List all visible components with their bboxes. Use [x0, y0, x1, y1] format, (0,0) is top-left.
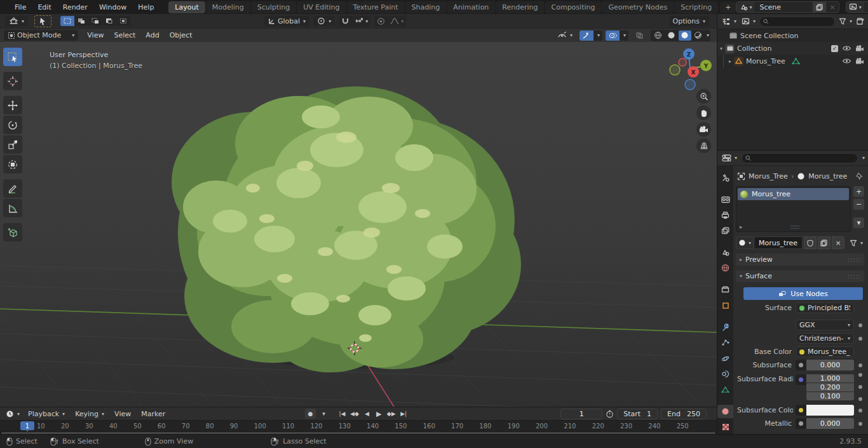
subsurface-color-input-toggle[interactable] — [796, 405, 806, 416]
outliner-row-scene-collection[interactable]: Scene Collection — [717, 29, 868, 42]
preview-panel-header[interactable]: ▸ Preview ::::: — [736, 254, 864, 266]
shading-material-button[interactable] — [679, 31, 691, 41]
editor-type-button[interactable]: ▾ — [5, 16, 28, 27]
scene-delete-button[interactable]: × — [826, 2, 838, 12]
select-mode-set[interactable] — [60, 16, 74, 26]
outliner-row-morus-tree[interactable]: ▸ Morus_Tree — [717, 55, 868, 67]
gizmo-dropdown[interactable]: ▾ — [593, 31, 602, 41]
copy-datablock-button[interactable] — [818, 236, 831, 249]
workspace-tab[interactable]: Animation — [447, 1, 495, 13]
outliner-filter-type-dropdown[interactable]: ▾ — [740, 17, 757, 26]
auto-keying-toggle[interactable]: ● — [305, 409, 316, 419]
active-tool-icon[interactable] — [34, 15, 51, 27]
gizmo-axis-x-neg[interactable] — [679, 58, 686, 66]
tool-add-primitive[interactable] — [3, 223, 22, 241]
tab-tool[interactable] — [717, 171, 733, 185]
new-collection-button[interactable] — [856, 17, 865, 25]
shading-solid-button[interactable] — [665, 31, 678, 41]
select-mode-subtract[interactable] — [88, 16, 102, 26]
workspace-tab[interactable]: Texture Paint — [347, 1, 405, 13]
outliner-row-collection[interactable]: ▾ Collection ✓ — [717, 42, 868, 55]
distribution-dropdown[interactable]: GGX ▾ — [796, 320, 854, 330]
gizmo-axis-y[interactable]: Y — [700, 60, 712, 71]
workspace-tab[interactable]: Modeling — [206, 1, 250, 13]
frame-start-field[interactable]: Start 1 — [617, 409, 658, 419]
navigation-gizmo[interactable]: Z Y X — [667, 46, 713, 92]
menubar-item[interactable]: File — [9, 2, 32, 13]
prev-keyframe-button[interactable]: ◀◆ — [349, 409, 360, 419]
marker-menu[interactable]: Marker — [136, 409, 170, 419]
scene-new-button[interactable] — [813, 2, 826, 12]
tab-texture[interactable] — [717, 420, 733, 434]
camera-view-icon[interactable] — [696, 122, 711, 137]
subsurface-input-toggle[interactable] — [796, 360, 806, 370]
menubar-item[interactable]: Edit — [32, 2, 57, 13]
gizmo-axis-x[interactable]: X — [688, 66, 699, 78]
properties-editor-type-dropdown[interactable]: ▾ — [721, 154, 738, 162]
decorator-dot[interactable] — [858, 385, 862, 389]
orthographic-toggle-icon[interactable] — [696, 139, 711, 153]
frame-end-field[interactable]: End 250 — [661, 409, 707, 419]
outliner-search[interactable] — [759, 17, 835, 27]
object-visibility-dropdown[interactable]: ▾ — [553, 31, 576, 40]
workspace-tab[interactable]: Geometry Nodes — [602, 1, 674, 13]
tool-move[interactable] — [3, 96, 22, 114]
unlink-datablock-button[interactable]: × — [832, 236, 844, 249]
viewport-menu-item[interactable]: View — [82, 30, 109, 41]
proportional-editing-toggle[interactable] — [374, 16, 388, 27]
workspace-tab[interactable]: UV Editing — [297, 1, 346, 13]
tool-scale[interactable] — [3, 135, 22, 154]
properties-search-input[interactable] — [754, 154, 854, 161]
tool-select-box[interactable] — [3, 48, 22, 66]
base-color-texture-field[interactable]: Morus_tree_Diffuse... — [796, 346, 854, 357]
play-button[interactable]: ▶ — [374, 409, 384, 419]
material-slot-list[interactable]: Morus_tree ▸ ::::: — [736, 186, 851, 232]
breadcrumb-object[interactable]: Morus_Tree — [749, 172, 788, 180]
gizmo-axis-y-neg[interactable] — [670, 65, 680, 75]
outliner-search-input[interactable] — [771, 18, 831, 25]
decorator-dot[interactable] — [858, 363, 862, 367]
xray-toggle[interactable] — [632, 31, 648, 41]
view-menu[interactable]: View — [109, 409, 136, 419]
disclosure-closed-icon[interactable]: ▸ — [740, 224, 743, 230]
decorator-dot[interactable] — [858, 373, 862, 377]
tool-measure[interactable] — [3, 199, 22, 217]
metallic-input-toggle[interactable] — [796, 418, 806, 429]
add-workspace-button[interactable]: + — [720, 2, 736, 13]
pivot-point-dropdown[interactable]: ▾ — [313, 16, 335, 26]
show-overlays-toggle[interactable] — [606, 31, 620, 41]
outliner-display-mode-dropdown[interactable]: ▾ — [721, 17, 738, 26]
jump-to-start-button[interactable]: |◀ — [337, 409, 348, 419]
workspace-tab[interactable]: Compositing — [545, 1, 602, 13]
workspace-tab[interactable]: Rendering — [496, 1, 544, 13]
material-name-field[interactable]: Morus_tree — [755, 236, 803, 249]
show-gizmo-toggle[interactable] — [580, 31, 593, 41]
pan-hand-icon[interactable] — [696, 105, 711, 120]
scene-browse-button[interactable]: ▾ — [736, 2, 754, 12]
tool-annotate[interactable] — [3, 179, 22, 198]
decorator-dot[interactable] — [858, 422, 862, 426]
gizmo-axis-z[interactable]: Z — [683, 48, 695, 60]
grip-handle[interactable]: ::::: — [790, 224, 799, 230]
properties-search[interactable] — [742, 153, 858, 163]
tab-material[interactable] — [717, 405, 733, 419]
tab-physics[interactable] — [717, 351, 733, 365]
next-keyframe-button[interactable]: ◆▶ — [386, 409, 397, 419]
tab-output[interactable] — [717, 208, 733, 222]
workspace-tab[interactable]: Layout — [168, 1, 205, 13]
scene-name[interactable]: Scene — [754, 3, 813, 11]
viewport-canvas[interactable]: User Perspective (1) Collection | Morus_… — [0, 42, 717, 407]
disable-render-camera-icon[interactable] — [855, 45, 864, 52]
collection-checkbox[interactable]: ✓ — [831, 45, 838, 52]
subsurface-color-swatch[interactable] — [806, 405, 854, 416]
decorator-dot[interactable] — [858, 397, 862, 401]
menubar-item[interactable]: Help — [132, 2, 159, 13]
tab-collection[interactable] — [717, 283, 733, 297]
metallic-value-slider[interactable]: 0.000 — [806, 418, 854, 429]
material-filter-dropdown[interactable]: ▾ — [848, 239, 864, 247]
material-slot-active[interactable]: Morus_tree — [738, 188, 849, 200]
view-layer-browse-button[interactable]: ▾ — [846, 2, 864, 12]
surface-panel-header[interactable]: ▾ Surface ::::: — [736, 270, 864, 282]
select-mode-intersect[interactable] — [116, 16, 130, 26]
fake-user-shield-button[interactable] — [804, 236, 817, 249]
